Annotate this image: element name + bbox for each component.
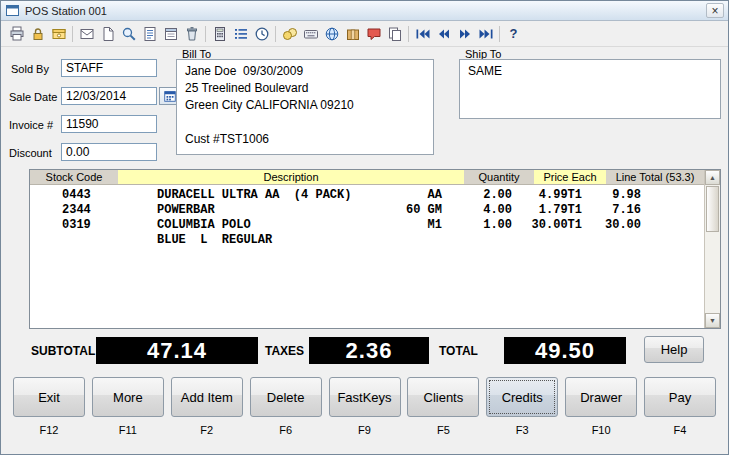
toolbar-separator	[205, 26, 206, 42]
item-row[interactable]: 2344 POWERBAR 60 GM 4.00 1.79T1 7.16	[30, 203, 704, 218]
column-header-stock-code[interactable]: Stock Code	[30, 170, 118, 184]
bill-to-line	[185, 114, 425, 131]
grid-header: Stock Code Description Quantity Price Ea…	[30, 170, 704, 185]
scroll-thumb[interactable]	[706, 186, 719, 232]
fastkeys-fkey-label: F9	[358, 424, 371, 436]
invoice-label: Invoice #	[9, 119, 53, 131]
add-item-fkey-label: F2	[200, 424, 213, 436]
calculator-icon[interactable]	[209, 24, 230, 44]
email-icon[interactable]	[76, 24, 97, 44]
ship-to-box[interactable]: SAME	[459, 59, 721, 119]
total-value: 49.50	[504, 337, 626, 364]
cell-quantity: 4.00	[450, 203, 512, 217]
toolbar-separator	[499, 26, 500, 42]
nav-last-icon[interactable]	[475, 24, 496, 44]
sold-by-field[interactable]	[61, 59, 157, 77]
drawer-button[interactable]: Drawer	[565, 377, 637, 417]
cell-stock-code: 0443	[62, 188, 91, 202]
column-header-description[interactable]: Description	[118, 170, 464, 184]
vertical-scrollbar[interactable]: ▲ ▼	[704, 170, 720, 328]
client-area: Sold By Sale Date Invoice # Discount Bil…	[1, 47, 728, 454]
cell-description: BLUE L REGULAR	[157, 233, 272, 247]
clients-button[interactable]: Clients	[407, 377, 479, 417]
lock-icon[interactable]	[27, 24, 48, 44]
add-item-button[interactable]: Add Item	[171, 377, 243, 417]
list-icon[interactable]	[230, 24, 251, 44]
sold-by-label: Sold By	[11, 63, 49, 75]
column-header-price-each[interactable]: Price Each	[534, 170, 606, 184]
nav-previous-icon[interactable]	[433, 24, 454, 44]
keyboard-icon[interactable]	[300, 24, 321, 44]
bill-to-box[interactable]: Jane Doe 09/30/2009 25 Treelined Bouleva…	[176, 59, 434, 155]
report-icon[interactable]	[139, 24, 160, 44]
message-icon[interactable]	[363, 24, 384, 44]
sale-date-label: Sale Date	[9, 91, 57, 103]
taxes-label: TAXES	[265, 344, 304, 358]
scroll-track[interactable]	[705, 185, 720, 313]
copy-icon[interactable]	[384, 24, 405, 44]
total-label: TOTAL	[439, 344, 478, 358]
package-icon[interactable]	[342, 24, 363, 44]
discount-field[interactable]	[61, 143, 157, 161]
delete-button[interactable]: Delete	[250, 377, 322, 417]
cell-description: DURACELL ULTRA AA (4 PACK)	[157, 188, 351, 202]
toolbar: ?	[1, 21, 728, 47]
pay-fkey-label: F4	[674, 424, 687, 436]
fastkeys-button[interactable]: FastKeys	[329, 377, 401, 417]
column-header-line-total[interactable]: Line Total (53.3)	[606, 170, 704, 184]
item-row[interactable]: 0443 DURACELL ULTRA AA (4 PACK) AA 2.00 …	[30, 188, 704, 203]
clock-icon[interactable]	[251, 24, 272, 44]
cell-quantity: 2.00	[450, 188, 512, 202]
grid-body: 0443 DURACELL ULTRA AA (4 PACK) AA 2.00 …	[30, 188, 704, 328]
pos-window: POS Station 001 × ? Sold By	[0, 0, 729, 455]
cell-variant: M1	[376, 218, 442, 232]
app-icon	[5, 3, 21, 19]
delete-icon[interactable]	[181, 24, 202, 44]
cell-description: POWERBAR	[157, 203, 215, 217]
cell-line-total: 7.16	[574, 203, 641, 217]
help-icon[interactable]: ?	[503, 24, 524, 44]
money-icon[interactable]	[279, 24, 300, 44]
cell-price-each: 4.99T1	[516, 188, 582, 202]
scroll-up-icon[interactable]: ▲	[705, 170, 720, 185]
window-title: POS Station 001	[25, 5, 706, 17]
subtotal-label: SUBTOTAL	[31, 344, 95, 358]
item-row[interactable]: BLUE L REGULAR	[30, 233, 704, 248]
nav-first-icon[interactable]	[412, 24, 433, 44]
search-icon[interactable]	[118, 24, 139, 44]
pay-button[interactable]: Pay	[644, 377, 716, 417]
new-document-icon[interactable]	[97, 24, 118, 44]
form-icon[interactable]	[160, 24, 181, 44]
cell-description: COLUMBIA POLO	[157, 218, 251, 232]
cell-line-total: 9.98	[574, 188, 641, 202]
titlebar[interactable]: POS Station 001 ×	[1, 1, 728, 21]
credits-fkey-label: F3	[516, 424, 529, 436]
bill-to-line: Green City CALIFORNIA 09210	[185, 97, 425, 114]
printer-icon[interactable]	[6, 24, 27, 44]
toolbar-separator	[408, 26, 409, 42]
bill-to-line: 25 Treelined Boulevard	[185, 80, 425, 97]
credits-button[interactable]: Credits	[486, 377, 558, 417]
cell-price-each: 30.00T1	[516, 218, 582, 232]
exit-button[interactable]: Exit	[13, 377, 85, 417]
invoice-field[interactable]	[61, 115, 157, 133]
clients-fkey-label: F5	[437, 424, 450, 436]
close-button[interactable]: ×	[706, 3, 724, 18]
bill-to-line: Cust #TST1006	[185, 131, 425, 148]
scroll-down-icon[interactable]: ▼	[705, 313, 720, 328]
cell-variant: AA	[376, 188, 442, 202]
help-button[interactable]: Help	[644, 336, 704, 363]
nav-next-icon[interactable]	[454, 24, 475, 44]
cash-drawer-icon[interactable]	[48, 24, 69, 44]
cell-price-each: 1.79T1	[516, 203, 582, 217]
network-icon[interactable]	[321, 24, 342, 44]
more-button[interactable]: More	[92, 377, 164, 417]
column-header-quantity[interactable]: Quantity	[464, 170, 534, 184]
cell-quantity: 1.00	[450, 218, 512, 232]
cell-line-total: 30.00	[574, 218, 641, 232]
toolbar-separator	[275, 26, 276, 42]
action-button-bar: Exit F12 More F11 Add Item F2 Delete F6 …	[13, 377, 716, 436]
cell-stock-code: 0319	[62, 218, 91, 232]
sale-date-field[interactable]	[61, 87, 157, 105]
item-row[interactable]: 0319 COLUMBIA POLO M1 1.00 30.00T1 30.00	[30, 218, 704, 233]
